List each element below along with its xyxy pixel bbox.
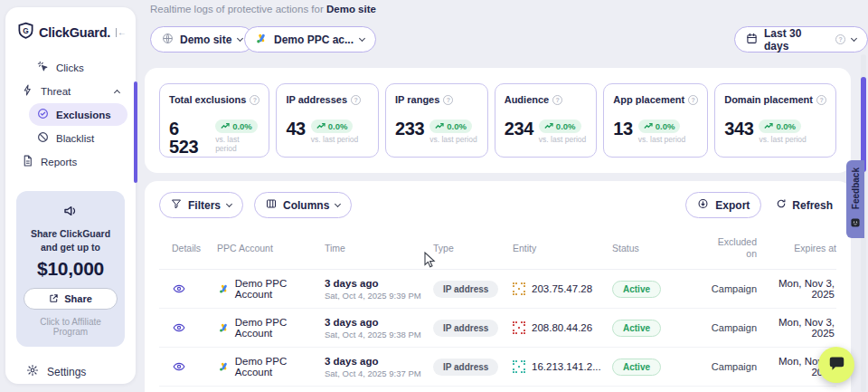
sidebar-item-label: Threat xyxy=(41,86,71,97)
help-icon[interactable]: ? xyxy=(250,95,259,105)
stats-panel: Total exclusions? 6 523 0.0% vs. last pe… xyxy=(145,68,851,173)
funnel-icon xyxy=(171,198,182,212)
time-cell: 3 days ago Sat, Oct 4, 2025 9:38 PM xyxy=(325,317,433,339)
sidebar-nav: Clicks Threat Exclusions Blacklist xyxy=(5,56,136,173)
status-badge: Active xyxy=(612,281,661,298)
sidebar-collapse-icon[interactable]: ← xyxy=(116,27,127,37)
chat-bubble-icon xyxy=(828,356,845,375)
date-range-dropdown[interactable]: Last 30 days ? xyxy=(734,26,868,53)
type-badge: IP address xyxy=(433,281,498,298)
google-ads-icon xyxy=(219,283,230,294)
ppc-account-cell: Demo PPC Account xyxy=(213,356,325,378)
excluded-on-cell: Campaign xyxy=(710,322,757,333)
page-subtitle: Realtime logs of protective actions for … xyxy=(150,4,376,14)
help-icon[interactable]: ? xyxy=(552,95,562,105)
expires-at-cell: Mon, Nov 3, 2025 xyxy=(757,278,836,300)
feedback-tab[interactable]: Feedback xyxy=(846,160,864,238)
trend-up-icon xyxy=(221,122,230,129)
refresh-label: Refresh xyxy=(792,199,833,212)
site-filter-value: Demo site xyxy=(180,33,231,46)
details-eye-button[interactable] xyxy=(159,321,213,334)
ppc-account-cell: Demo PPC Account xyxy=(213,317,325,339)
help-icon[interactable]: ? xyxy=(835,34,845,44)
trend-badge: 0.0% xyxy=(429,120,472,133)
sidebar-item-label: Blacklist xyxy=(56,133,94,144)
stat-card-total-exclusions: Total exclusions? 6 523 0.0% vs. last pe… xyxy=(159,83,269,158)
stat-compare-label: vs. last period xyxy=(638,135,685,144)
subtitle-prefix: Realtime logs of protective actions for xyxy=(150,4,326,14)
logs-table-panel: Filters Columns Export xyxy=(145,181,851,392)
account-filter-dropdown[interactable]: Demo PPC ac... xyxy=(244,26,376,53)
site-filter-dropdown[interactable]: Demo site xyxy=(150,26,254,53)
chat-launcher-button[interactable] xyxy=(818,347,854,383)
columns-dropdown[interactable]: Columns xyxy=(254,192,352,218)
logo: G ClickGuard. ← xyxy=(5,7,136,43)
column-header-ppc-account: PPC Account xyxy=(213,243,325,253)
table-toolbar: Filters Columns Export xyxy=(159,192,836,218)
clickguard-dashboard: G ClickGuard. ← Clicks Threat xyxy=(0,0,868,392)
help-icon[interactable]: ? xyxy=(351,95,361,105)
chevron-down-icon xyxy=(237,35,243,42)
stat-label: IP ranges xyxy=(395,94,439,105)
expires-at-cell: Mon, Nov 3, 2025 xyxy=(757,317,836,339)
time-cell: 3 days ago Sat, Oct 4, 2025 9:37 PM xyxy=(325,356,433,378)
app-name: ClickGuard. xyxy=(39,25,111,40)
stat-label: Domain placement xyxy=(724,94,813,105)
stat-value: 343 xyxy=(724,120,753,138)
stat-compare-label: vs. last period xyxy=(215,135,259,153)
help-icon[interactable]: ? xyxy=(688,95,698,105)
trend-badge: 0.0% xyxy=(215,120,258,133)
type-badge: IP address xyxy=(433,320,498,337)
sidebar-item-reports[interactable]: Reports xyxy=(14,150,127,173)
help-icon[interactable]: ? xyxy=(816,95,826,105)
sidebar-item-settings[interactable]: Settings xyxy=(26,364,136,379)
chevron-down-icon xyxy=(359,35,365,42)
block-icon xyxy=(37,131,49,145)
chevron-down-icon xyxy=(226,201,232,207)
document-icon xyxy=(22,155,33,168)
clickguard-shield-icon: G xyxy=(17,22,34,43)
column-header-time: Time xyxy=(325,243,433,253)
excluded-on-cell: Campaign xyxy=(710,361,757,372)
refresh-icon xyxy=(776,198,787,212)
stat-card-audience: Audience? 234 0.0% vs. last period xyxy=(495,83,598,158)
page-scrollbar-thumb[interactable] xyxy=(861,77,866,172)
details-eye-button[interactable] xyxy=(159,282,213,295)
ip-identicon xyxy=(513,360,525,373)
date-range-value: Last 30 days xyxy=(764,27,829,53)
status-badge: Active xyxy=(612,320,661,337)
calendar-icon xyxy=(746,33,758,47)
google-ads-icon xyxy=(256,33,268,47)
sidebar-item-threat[interactable]: Threat xyxy=(14,80,127,102)
sidebar-scrollbar-thumb[interactable] xyxy=(134,81,137,183)
sidebar-item-clicks[interactable]: Clicks xyxy=(29,56,127,79)
trend-up-icon xyxy=(764,122,773,129)
columns-label: Columns xyxy=(283,199,329,212)
type-cell: IP address xyxy=(433,280,513,298)
export-button[interactable]: Export xyxy=(685,192,761,218)
help-icon[interactable]: ? xyxy=(443,95,453,105)
sidebar-item-exclusions[interactable]: Exclusions xyxy=(29,103,127,126)
refresh-button[interactable]: Refresh xyxy=(776,198,833,212)
feedback-label: Feedback xyxy=(851,167,861,209)
ppc-account-cell: Demo PPC Account xyxy=(213,278,325,300)
download-cloud-icon xyxy=(697,198,709,213)
sidebar-item-label: Exclusions xyxy=(56,110,111,120)
time-cell: 3 days ago Sat, Oct 4, 2025 9:39 PM xyxy=(325,278,433,301)
stat-card-domain-placement: Domain placement? 343 0.0% vs. last peri… xyxy=(714,83,836,158)
affiliate-program-link[interactable]: Click to Affiliate Program xyxy=(23,317,118,337)
share-button[interactable]: Share xyxy=(24,288,118,310)
trend-badge: 0.0% xyxy=(539,120,581,133)
globe-icon xyxy=(162,33,174,47)
share-button-label: Share xyxy=(64,293,92,304)
sidebar-item-label: Reports xyxy=(41,157,77,167)
stat-compare-label: vs. last period xyxy=(311,135,358,144)
sidebar-item-blacklist[interactable]: Blacklist xyxy=(29,127,127,149)
details-eye-button[interactable] xyxy=(159,360,213,373)
eye-icon xyxy=(172,360,186,373)
stat-card-app-placement: App placement? 13 0.0% vs. last period xyxy=(603,83,708,158)
column-header-expires-at: Expires at xyxy=(757,243,836,253)
filters-dropdown[interactable]: Filters xyxy=(159,192,243,218)
stat-value: 233 xyxy=(395,120,424,138)
stat-compare-label: vs. last period xyxy=(759,135,806,144)
